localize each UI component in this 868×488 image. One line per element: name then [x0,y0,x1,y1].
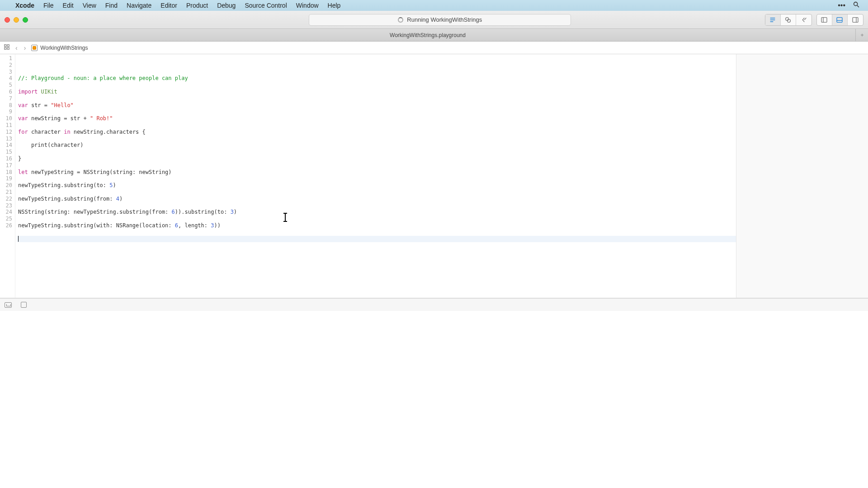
svg-rect-14 [7,45,9,47]
spotlight-icon[interactable] [849,1,863,10]
code-line[interactable]: import UIKit [17,89,736,95]
tab-bar: WorkingWithStrings.playground ＋ [0,29,868,42]
toggle-utilities-button[interactable] [848,14,863,25]
code-line[interactable]: newTypeString.substring(with: NSRange(lo… [17,222,736,229]
svg-rect-16 [7,47,9,49]
window-toolbar: Running WorkingWithStrings [0,11,868,29]
debug-bar [0,298,868,311]
code-line[interactable]: var newString = str + " Rob!" [17,115,736,122]
svg-point-5 [786,17,789,20]
code-line[interactable]: NSString(string: newTypeString.substring… [17,209,736,216]
code-line[interactable]: newTypeString.substring(to: 5) [17,182,736,189]
stop-playground-button[interactable] [21,302,27,308]
code-line[interactable] [17,122,736,129]
code-line[interactable]: let newTypeString = NSString(string: new… [17,169,736,176]
svg-point-0 [854,2,858,6]
svg-rect-13 [5,45,6,47]
menu-edit[interactable]: Edit [58,2,78,9]
code-line[interactable] [17,236,736,243]
jump-bar: ‹ › WorkingWithStrings [0,42,868,54]
minimize-window-button[interactable] [14,17,19,23]
toggle-debug-tray-button[interactable] [5,302,12,308]
code-line[interactable]: for character in newString.characters { [17,129,736,136]
menu-source-control[interactable]: Source Control [240,2,291,9]
toggle-navigator-button[interactable] [817,14,832,25]
svg-line-1 [857,5,859,7]
playground-file-icon [31,45,38,51]
menu-help[interactable]: Help [323,2,345,9]
zoom-window-button[interactable] [23,17,28,23]
status-label: Running WorkingWithStrings [407,16,482,23]
close-window-button[interactable] [5,17,10,23]
menu-editor[interactable]: Editor [156,2,182,9]
code-line[interactable] [17,108,736,115]
menu-window[interactable]: Window [292,2,323,9]
svg-rect-11 [853,17,858,22]
tab-playground[interactable]: WorkingWithStrings.playground [0,32,855,38]
spinner-icon [398,17,403,23]
panel-toggle-group [816,14,863,26]
code-line[interactable] [17,162,736,169]
toggle-debug-area-button[interactable] [832,14,848,25]
menu-view[interactable]: View [78,2,101,9]
editor-mode-group [765,14,812,26]
code-line[interactable]: var str = "Hello" [17,102,736,109]
svg-rect-15 [5,47,6,49]
code-line[interactable]: print(character) [17,142,736,149]
code-line[interactable] [17,82,736,89]
code-line[interactable] [17,95,736,102]
code-line[interactable] [17,175,736,182]
menu-find[interactable]: Find [101,2,122,9]
traffic-lights [5,17,28,23]
text-cursor-icon [285,213,286,221]
nav-forward-button[interactable]: › [23,44,27,52]
results-sidebar [736,54,868,298]
code-line[interactable] [17,189,736,196]
code-line[interactable] [17,202,736,209]
menu-product[interactable]: Product [182,2,212,9]
svg-rect-9 [837,17,842,22]
code-line[interactable]: } [17,155,736,162]
overflow-icon[interactable]: ••• [834,1,849,9]
breadcrumb-file: WorkingWithStrings [40,45,88,51]
editor-area: 1234567891011121314151617181920212223242… [0,54,868,298]
assistant-editor-button[interactable] [781,14,796,25]
menu-file[interactable]: File [39,2,58,9]
app-menu[interactable]: Xcode [11,2,39,9]
code-line[interactable] [17,216,736,222]
related-items-icon[interactable] [4,44,10,52]
menu-debug[interactable]: Debug [212,2,240,9]
svg-point-6 [788,19,791,22]
nav-back-button[interactable]: ‹ [14,44,19,52]
version-editor-button[interactable] [796,14,811,25]
activity-status: Running WorkingWithStrings [309,14,571,26]
code-line[interactable]: newTypeString.substring(from: 4) [17,196,736,202]
code-editor[interactable]: //: Playground - noun: a place where peo… [15,54,736,298]
menu-navigate[interactable]: Navigate [122,2,156,9]
breadcrumb[interactable]: WorkingWithStrings [31,45,88,51]
macos-menubar: Xcode File Edit View Find Navigate Edito… [0,0,868,11]
svg-rect-7 [821,17,827,22]
code-line[interactable] [17,136,736,142]
code-line[interactable] [17,242,736,249]
code-line[interactable]: //: Playground - noun: a place where peo… [17,75,736,82]
code-line[interactable] [17,229,736,236]
line-gutter: 1234567891011121314151617181920212223242… [0,54,15,298]
add-tab-button[interactable]: ＋ [855,29,868,41]
code-line[interactable] [17,149,736,155]
standard-editor-button[interactable] [765,14,781,25]
